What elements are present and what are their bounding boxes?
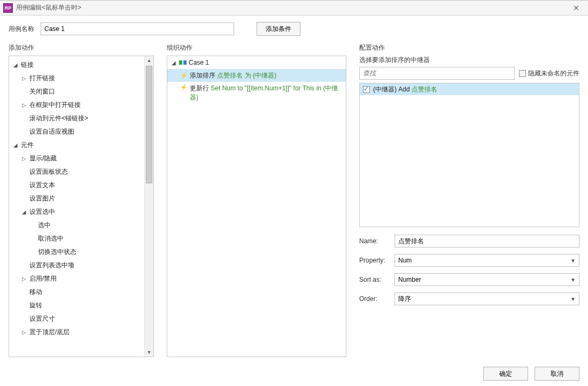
tree-move[interactable]: 移动 [9,285,153,299]
app-icon: RP [3,3,13,13]
order-label: Order: [359,295,394,303]
tree-set-size[interactable]: 设置尺寸 [9,312,153,326]
cancel-button[interactable]: 取消 [535,367,579,381]
checkbox-icon [519,70,526,77]
chevron-down-icon: ▼ [570,296,576,302]
tree-toggle-selected[interactable]: 切换选中状态 [9,245,153,259]
scroll-up-icon[interactable]: ▲ [145,56,153,65]
tree-enable-disable[interactable]: ▷启用/禁用 [9,272,153,285]
action-tree-panel: ◢链接 ▷打开链接 关闭窗口 ▷在框架中打开链接 滚动到元件<锚链接> 设置自适… [9,56,154,357]
chevron-down-icon: ◢ [12,142,19,148]
tree-set-adaptive[interactable]: 设置自适应视图 [9,125,153,138]
sortas-label: Sort as: [359,276,394,283]
titlebar: RP 用例编辑<鼠标单击时> ✕ [0,1,588,16]
chevron-down-icon: ▼ [570,258,576,264]
window-title: 用例编辑<鼠标单击时> [16,3,568,12]
bolt-icon: ⚡ [180,84,188,91]
chevron-right-icon: ▷ [21,156,27,161]
tree-close-window[interactable]: 关闭窗口 [9,85,153,98]
chevron-right-icon: ▷ [21,329,27,335]
scrollbar[interactable]: ▲ ▼ [144,56,153,357]
case-name-row: 用例名称 添加条件 [0,16,588,40]
svg-rect-1 [183,60,187,65]
tree-widgets[interactable]: ◢元件 [9,138,153,152]
add-action-header: 添加动作 [9,40,154,56]
organize-action-header: 组织动作 [167,40,346,56]
tree-set-list-selected[interactable]: 设置列表选中项 [9,259,153,272]
add-condition-button[interactable]: 添加条件 [257,22,300,36]
chevron-down-icon: ◢ [171,60,177,66]
tree-open-in-frame[interactable]: ▷在框架中打开链接 [9,98,153,112]
tree-set-image[interactable]: 设置图片 [9,192,153,205]
property-label: Property: [359,257,394,264]
scrollbar-thumb[interactable] [146,66,152,183]
chevron-down-icon: ◢ [12,62,19,68]
tree-open-link[interactable]: ▷打开链接 [9,72,153,85]
tree-bring-front-back[interactable]: ▷置于顶层/底层 [9,326,153,339]
chevron-down-icon: ▼ [570,277,576,283]
property-select[interactable]: Num▼ [394,254,579,267]
tree-show-hide[interactable]: ▷显示/隐藏 [9,152,153,165]
chevron-right-icon: ▷ [21,102,27,108]
search-input[interactable] [359,67,515,80]
sortas-select[interactable]: Number▼ [394,273,579,286]
tree-set-text[interactable]: 设置文本 [9,179,153,192]
order-select[interactable]: 降序▼ [394,292,579,305]
chevron-right-icon: ▷ [21,75,27,81]
action-add-sort[interactable]: ⚡ 添加排序 点赞排名 为 (中继器) [167,69,346,82]
scroll-down-icon[interactable]: ▼ [145,348,153,357]
dialog-footer: 确定 取消 [0,361,588,386]
tree-panel-state[interactable]: 设置面板状态 [9,165,153,179]
name-label: Name: [359,237,394,245]
tree-set-selected[interactable]: ◢设置选中 [9,205,153,219]
tree-scroll-anchor[interactable]: 滚动到元件<锚链接> [9,112,153,125]
tree-select[interactable]: 选中 [9,219,153,232]
repeater-list: (中继器) Add 点赞排名 [359,83,579,227]
case-editor-dialog: RP 用例编辑<鼠标单击时> ✕ 用例名称 添加条件 添加动作 ◢链接 ▷打开链… [0,0,588,386]
name-input[interactable] [394,235,579,248]
bolt-icon: ⚡ [180,72,188,79]
organize-panel: ◢ Case 1 ⚡ 添加排序 点赞排名 为 (中继器) ⚡ 更新行 Set N… [167,56,346,357]
svg-rect-0 [179,60,182,65]
repeater-item[interactable]: (中继器) Add 点赞排名 [360,83,579,95]
case-row[interactable]: ◢ Case 1 [167,56,346,69]
choose-repeater-label: 选择要添加排序的中继器 [359,56,579,65]
close-icon[interactable]: ✕ [568,4,585,12]
tree-rotate[interactable]: 旋转 [9,299,153,312]
configure-action-header: 配置动作 [359,40,579,56]
tree-links[interactable]: ◢链接 [9,58,153,72]
sort-config-form: Name: Property: Num▼ Sort as: Number▼ Or… [359,227,579,312]
case-name-input[interactable] [41,22,234,35]
ok-button[interactable]: 确定 [483,367,528,381]
chevron-down-icon: ◢ [21,209,27,215]
tree-unselect[interactable]: 取消选中 [9,232,153,245]
case-name-label: 用例名称 [9,25,34,34]
case-icon [179,59,187,66]
checkbox-checked-icon[interactable] [363,86,370,93]
chevron-right-icon: ▷ [21,276,27,282]
action-update-row[interactable]: ⚡ 更新行 Set Num to "[[Item.Num+1]]" for Th… [167,82,346,102]
hide-unnamed-checkbox[interactable]: 隐藏未命名的元件 [519,69,579,78]
